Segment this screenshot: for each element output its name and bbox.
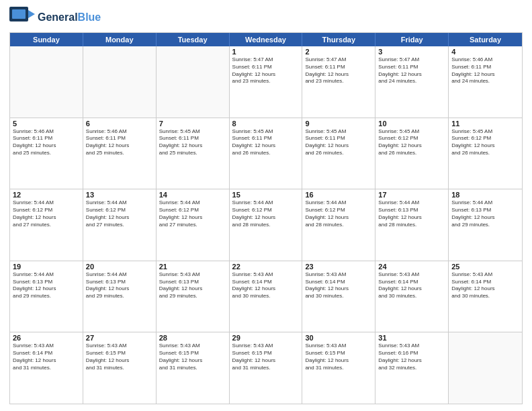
- day-info: Sunrise: 5:47 AM Sunset: 6:11 PM Dayligh…: [378, 56, 445, 85]
- day-cell-30: 30Sunrise: 5:43 AM Sunset: 6:15 PM Dayli…: [302, 332, 375, 404]
- empty-cell: [83, 46, 157, 118]
- day-number: 25: [451, 263, 519, 271]
- day-cell-25: 25Sunrise: 5:43 AM Sunset: 6:14 PM Dayli…: [449, 261, 522, 332]
- day-number: 31: [378, 334, 445, 342]
- day-number: 11: [451, 120, 519, 128]
- day-number: 22: [232, 263, 300, 271]
- empty-cell: [10, 46, 83, 118]
- day-number: 6: [86, 120, 153, 128]
- day-number: 23: [305, 263, 372, 271]
- day-number: 16: [305, 191, 372, 199]
- day-cell-10: 10Sunrise: 5:45 AM Sunset: 6:12 PM Dayli…: [375, 118, 449, 189]
- day-info: Sunrise: 5:43 AM Sunset: 6:15 PM Dayligh…: [232, 342, 300, 371]
- day-info: Sunrise: 5:43 AM Sunset: 6:14 PM Dayligh…: [13, 342, 80, 371]
- header-day-friday: Friday: [375, 33, 449, 46]
- day-info: Sunrise: 5:43 AM Sunset: 6:14 PM Dayligh…: [305, 271, 372, 300]
- day-cell-16: 16Sunrise: 5:44 AM Sunset: 6:12 PM Dayli…: [302, 189, 375, 261]
- day-cell-9: 9Sunrise: 5:45 AM Sunset: 6:11 PM Daylig…: [302, 118, 375, 189]
- day-info: Sunrise: 5:45 AM Sunset: 6:11 PM Dayligh…: [232, 128, 300, 157]
- day-cell-12: 12Sunrise: 5:44 AM Sunset: 6:12 PM Dayli…: [10, 189, 83, 261]
- day-info: Sunrise: 5:44 AM Sunset: 6:12 PM Dayligh…: [305, 199, 372, 228]
- week-row-2: 5Sunrise: 5:46 AM Sunset: 6:11 PM Daylig…: [10, 118, 522, 189]
- day-cell-28: 28Sunrise: 5:43 AM Sunset: 6:15 PM Dayli…: [157, 332, 230, 404]
- calendar-header: SundayMondayTuesdayWednesdayThursdayFrid…: [10, 33, 522, 46]
- empty-cell: [157, 46, 230, 118]
- logo: GeneralBlue: [9, 7, 101, 28]
- day-info: Sunrise: 5:45 AM Sunset: 6:11 PM Dayligh…: [305, 128, 372, 157]
- logo-text: GeneralBlue: [38, 11, 101, 24]
- empty-cell: [449, 332, 522, 404]
- header: GeneralBlue: [9, 7, 523, 28]
- day-cell-23: 23Sunrise: 5:43 AM Sunset: 6:14 PM Dayli…: [302, 261, 375, 332]
- calendar: SundayMondayTuesdayWednesdayThursdayFrid…: [9, 32, 523, 404]
- day-info: Sunrise: 5:44 AM Sunset: 6:12 PM Dayligh…: [232, 199, 300, 228]
- day-info: Sunrise: 5:44 AM Sunset: 6:12 PM Dayligh…: [86, 199, 153, 228]
- day-cell-4: 4Sunrise: 5:46 AM Sunset: 6:11 PM Daylig…: [449, 46, 522, 118]
- day-cell-15: 15Sunrise: 5:44 AM Sunset: 6:12 PM Dayli…: [230, 189, 303, 261]
- day-number: 2: [305, 48, 372, 56]
- day-cell-18: 18Sunrise: 5:44 AM Sunset: 6:13 PM Dayli…: [449, 189, 522, 261]
- svg-rect-1: [12, 9, 26, 19]
- day-cell-6: 6Sunrise: 5:46 AM Sunset: 6:11 PM Daylig…: [83, 118, 157, 189]
- day-info: Sunrise: 5:46 AM Sunset: 6:11 PM Dayligh…: [86, 128, 153, 157]
- day-cell-24: 24Sunrise: 5:43 AM Sunset: 6:14 PM Dayli…: [375, 261, 449, 332]
- header-day-saturday: Saturday: [449, 33, 522, 46]
- day-info: Sunrise: 5:47 AM Sunset: 6:11 PM Dayligh…: [232, 56, 300, 85]
- day-number: 4: [451, 48, 519, 56]
- day-number: 5: [13, 120, 80, 128]
- day-cell-31: 31Sunrise: 5:43 AM Sunset: 6:16 PM Dayli…: [375, 332, 449, 404]
- day-cell-8: 8Sunrise: 5:45 AM Sunset: 6:11 PM Daylig…: [230, 118, 303, 189]
- svg-marker-2: [28, 10, 35, 18]
- day-cell-21: 21Sunrise: 5:43 AM Sunset: 6:13 PM Dayli…: [157, 261, 230, 332]
- day-number: 7: [159, 120, 226, 128]
- day-info: Sunrise: 5:47 AM Sunset: 6:11 PM Dayligh…: [305, 56, 372, 85]
- day-info: Sunrise: 5:43 AM Sunset: 6:15 PM Dayligh…: [305, 342, 372, 371]
- day-info: Sunrise: 5:45 AM Sunset: 6:12 PM Dayligh…: [378, 128, 445, 157]
- day-cell-17: 17Sunrise: 5:44 AM Sunset: 6:13 PM Dayli…: [375, 189, 449, 261]
- day-cell-20: 20Sunrise: 5:44 AM Sunset: 6:13 PM Dayli…: [83, 261, 157, 332]
- day-number: 14: [159, 191, 226, 199]
- day-number: 17: [378, 191, 445, 199]
- day-info: Sunrise: 5:45 AM Sunset: 6:12 PM Dayligh…: [451, 128, 519, 157]
- day-cell-27: 27Sunrise: 5:43 AM Sunset: 6:15 PM Dayli…: [83, 332, 157, 404]
- day-number: 15: [232, 191, 300, 199]
- day-cell-13: 13Sunrise: 5:44 AM Sunset: 6:12 PM Dayli…: [83, 189, 157, 261]
- header-day-thursday: Thursday: [302, 33, 375, 46]
- day-cell-7: 7Sunrise: 5:45 AM Sunset: 6:11 PM Daylig…: [157, 118, 230, 189]
- day-number: 3: [378, 48, 445, 56]
- day-info: Sunrise: 5:44 AM Sunset: 6:13 PM Dayligh…: [86, 271, 153, 300]
- header-day-tuesday: Tuesday: [157, 33, 230, 46]
- day-cell-11: 11Sunrise: 5:45 AM Sunset: 6:12 PM Dayli…: [449, 118, 522, 189]
- day-number: 1: [232, 48, 300, 56]
- day-cell-5: 5Sunrise: 5:46 AM Sunset: 6:11 PM Daylig…: [10, 118, 83, 189]
- day-cell-26: 26Sunrise: 5:43 AM Sunset: 6:14 PM Dayli…: [10, 332, 83, 404]
- day-number: 21: [159, 263, 226, 271]
- day-info: Sunrise: 5:43 AM Sunset: 6:15 PM Dayligh…: [159, 342, 226, 371]
- week-row-5: 26Sunrise: 5:43 AM Sunset: 6:14 PM Dayli…: [10, 332, 522, 404]
- day-number: 19: [13, 263, 80, 271]
- day-info: Sunrise: 5:45 AM Sunset: 6:11 PM Dayligh…: [159, 128, 226, 157]
- day-number: 24: [378, 263, 445, 271]
- calendar-body: 1Sunrise: 5:47 AM Sunset: 6:11 PM Daylig…: [10, 46, 522, 404]
- day-cell-19: 19Sunrise: 5:44 AM Sunset: 6:13 PM Dayli…: [10, 261, 83, 332]
- day-info: Sunrise: 5:43 AM Sunset: 6:15 PM Dayligh…: [86, 342, 153, 371]
- day-info: Sunrise: 5:43 AM Sunset: 6:14 PM Dayligh…: [378, 271, 445, 300]
- day-info: Sunrise: 5:43 AM Sunset: 6:14 PM Dayligh…: [232, 271, 300, 300]
- page: GeneralBlue SundayMondayTuesdayWednesday…: [0, 0, 532, 411]
- day-number: 26: [13, 334, 80, 342]
- day-cell-14: 14Sunrise: 5:44 AM Sunset: 6:12 PM Dayli…: [157, 189, 230, 261]
- day-info: Sunrise: 5:44 AM Sunset: 6:13 PM Dayligh…: [378, 199, 445, 228]
- week-row-4: 19Sunrise: 5:44 AM Sunset: 6:13 PM Dayli…: [10, 261, 522, 332]
- day-number: 13: [86, 191, 153, 199]
- day-number: 27: [86, 334, 153, 342]
- day-cell-1: 1Sunrise: 5:47 AM Sunset: 6:11 PM Daylig…: [230, 46, 303, 118]
- week-row-3: 12Sunrise: 5:44 AM Sunset: 6:12 PM Dayli…: [10, 189, 522, 261]
- day-number: 12: [13, 191, 80, 199]
- day-number: 20: [86, 263, 153, 271]
- day-info: Sunrise: 5:43 AM Sunset: 6:14 PM Dayligh…: [451, 271, 519, 300]
- day-info: Sunrise: 5:46 AM Sunset: 6:11 PM Dayligh…: [13, 128, 80, 157]
- day-number: 9: [305, 120, 372, 128]
- day-number: 10: [378, 120, 445, 128]
- day-info: Sunrise: 5:46 AM Sunset: 6:11 PM Dayligh…: [451, 56, 519, 85]
- day-cell-2: 2Sunrise: 5:47 AM Sunset: 6:11 PM Daylig…: [302, 46, 375, 118]
